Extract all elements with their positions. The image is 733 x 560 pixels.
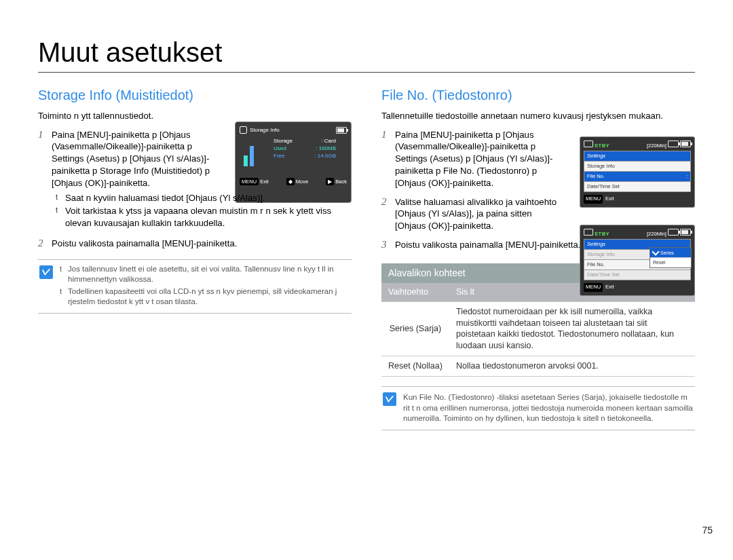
storage-key: Storage <box>274 138 293 145</box>
svg-rect-1 <box>250 146 254 166</box>
menu-head: Settings <box>584 151 691 161</box>
camera-icon <box>584 229 593 236</box>
step-number: 2 <box>381 196 395 232</box>
right-step-1-text: Paina [MENU]-painiketta p [Ohjaus (Vasem… <box>395 129 561 189</box>
svg-rect-0 <box>244 155 248 166</box>
page-title: Muut asetukset <box>38 37 695 73</box>
menu-tag: MENU <box>584 283 603 291</box>
camera-icon <box>584 141 593 147</box>
options-table: Vaihtoehto Sis lt Series (Sarja) Tiedost… <box>381 283 695 377</box>
desc-series: Tiedostot numeroidaan per kk isill numer… <box>449 301 695 356</box>
step-1-bullet: Saat n kyviin haluamasi tiedot [Ohjaus (… <box>56 192 352 204</box>
storage-intro: Toiminto n ytt tallennustiedot. <box>38 110 352 122</box>
file-no-screenshot-1: STBY [220Min] Settings Storage Info File… <box>580 136 695 208</box>
sd-icon <box>668 141 679 147</box>
battery-icon <box>336 127 347 134</box>
exit-label: Exit <box>260 179 269 185</box>
right-step-3-text: Poistu valikosta painamalla [MENU]-paini… <box>395 239 585 251</box>
table-row: Series (Sarja) Tiedostot numeroidaan per… <box>381 301 695 356</box>
note-icon <box>39 265 53 279</box>
col-option: Vaihtoehto <box>381 283 449 301</box>
check-icon <box>652 248 659 255</box>
step-number: 1 <box>381 129 395 189</box>
step-number: 2 <box>38 238 52 250</box>
back-label: Back <box>335 179 347 185</box>
note-line: Todellinen kapasiteetti voi olla LCD-n y… <box>60 286 350 307</box>
bar-chart-icon <box>244 139 264 166</box>
file-no-screenshot-2: STBY [220Min] Settings Storage Info File… <box>580 225 695 296</box>
right-step-2-text: Valitse haluamasi alivalikko ja vaihtoeh… <box>395 196 561 232</box>
desc-reset: Nollaa tiedostonumeron arvoksi 0001. <box>449 356 695 377</box>
note-box: Jos tallennusv linett ei ole asetettu, s… <box>38 259 352 314</box>
used-key: Used <box>274 145 286 153</box>
step-number: 3 <box>381 239 395 251</box>
menu-item: Date/Time Set <box>584 181 691 192</box>
menu-tag: MENU <box>240 178 259 185</box>
back-tag: ▶ <box>326 178 334 185</box>
step-number: 1 <box>38 129 52 231</box>
opt-reset: Reset (Nollaa) <box>381 356 449 377</box>
storage-info-heading: Storage Info (Muistitiedot) <box>38 86 352 105</box>
exit-label: Exit <box>605 284 614 291</box>
note-icon <box>383 392 396 406</box>
submenu-reset: Reset <box>650 258 691 267</box>
lcd-title: Storage Info <box>250 126 280 132</box>
exit-label: Exit <box>605 195 614 202</box>
note-line: Jos tallennusv linett ei ole asetettu, s… <box>60 264 350 285</box>
stby-label: STBY <box>595 143 609 149</box>
file-no-heading: File No. (Tiedostonro) <box>381 86 695 105</box>
menu-item-selected: File No.: <box>584 171 691 181</box>
file-no-intro: Tallennetuille tiedostoille annetaan num… <box>381 110 695 122</box>
sd-icon <box>668 229 679 236</box>
menu-item: Date/Time Set <box>584 269 691 280</box>
gear-icon <box>240 126 247 134</box>
free-key: Free <box>274 153 284 160</box>
step-1-text: Paina [MENU]-painiketta p [Ohjaus (Vasem… <box>52 129 218 189</box>
battery-icon <box>680 141 691 147</box>
move-tag: ◆ <box>286 178 295 185</box>
free-val: : 14.6GB <box>314 153 336 160</box>
submenu-popup: Series Reset <box>650 247 692 268</box>
left-column: Storage Info (Muistitiedot) Toiminto n y… <box>38 82 352 314</box>
mins-label: [220Min] <box>647 143 666 149</box>
step-2-text: Poistu valikosta painamalla [MENU]-paini… <box>52 238 352 250</box>
step-1-bullet: Voit tarkistaa k ytss ja vapaana olevan … <box>56 205 352 229</box>
used-val: : 190MB <box>316 145 336 153</box>
submenu-series: Series <box>660 250 674 255</box>
right-column: File No. (Tiedostonro) Tallennetuille ti… <box>381 82 695 430</box>
page-number: 75 <box>702 525 713 536</box>
menu-item: Storage Info <box>584 161 691 171</box>
battery-icon <box>680 229 691 236</box>
menu-tag: MENU <box>584 195 603 203</box>
storage-info-screenshot: Storage Info Storage: Card Used: 190MB F… <box>235 122 352 203</box>
note-box: Kun File No. (Tiedostonro) -tilaksi aset… <box>381 386 695 430</box>
move-label: Move <box>296 179 308 185</box>
opt-series: Series (Sarja) <box>381 301 449 356</box>
mins-label: [220Min] <box>647 231 666 237</box>
stby-label: STBY <box>595 231 609 237</box>
table-row: Reset (Nollaa) Nollaa tiedostonumeron ar… <box>381 356 695 377</box>
note-text: Kun File No. (Tiedostonro) -tilaksi aset… <box>403 392 694 424</box>
storage-val: : Card <box>321 138 336 145</box>
